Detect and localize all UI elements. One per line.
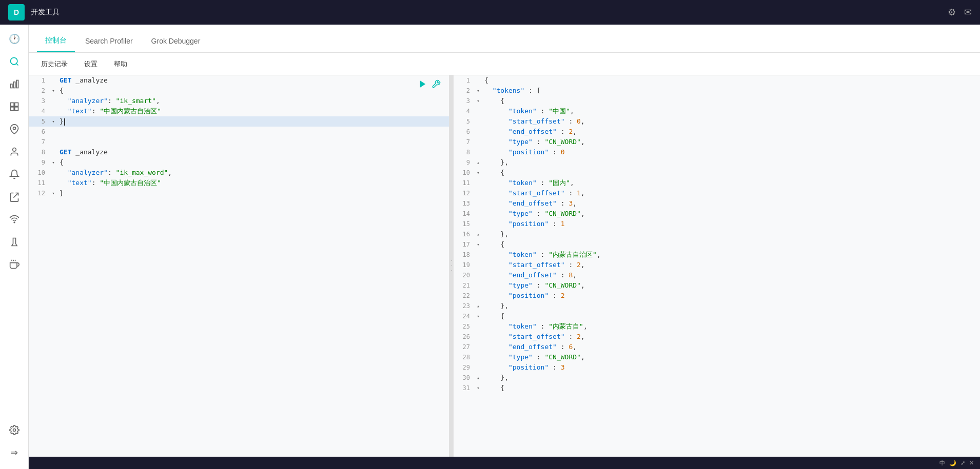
run-icon[interactable] [418,79,427,91]
resp-line-6: 6 "end_offset" : 2, [454,127,980,137]
resp-line-13: 13 "end_offset" : 3, [454,198,980,209]
svg-rect-3 [13,82,15,88]
resp-line-5: 5 "start_offset" : 0, [454,116,980,127]
svg-point-11 [14,222,15,223]
sidebar-item-alerts[interactable] [4,164,25,185]
editor-area: 1 GET _analyze 2 ▾ { 3 "analyzer": [29,75,980,457]
resp-line-27: 27 "end_offset" : 6, [454,342,980,352]
resp-line-3: 3 ▾ { [454,96,980,106]
code-line-8: 8 GET _analyze [29,147,449,157]
sidebar-item-discover[interactable] [4,51,25,72]
help-button[interactable]: 帮助 [110,57,131,71]
tab-grok[interactable]: Grok Debugger [143,31,209,52]
resp-line-21: 21 "type" : "CN_WORD", [454,280,980,291]
resp-line-10: 10 ▾ { [454,168,980,178]
wrench-icon[interactable] [432,79,441,91]
settings-button[interactable]: 设置 [80,57,102,71]
resp-line-19: 19 "start_offset" : 2, [454,260,980,270]
toolbar: 历史记录 设置 帮助 [29,53,980,75]
resp-line-9: 9 ▴ }, [454,157,980,168]
svg-rect-5 [10,103,14,107]
svg-point-15 [13,429,15,432]
resp-line-16: 16 ▴ }, [454,229,980,239]
sidebar-item-users[interactable] [4,141,25,162]
resp-line-12: 12 "start_offset" : 1, [454,188,980,198]
mail-icon[interactable]: ✉ [964,7,972,18]
sidebar-item-visualize[interactable] [4,74,25,94]
resp-line-28: 28 "type" : "CN_WORD", [454,352,980,362]
code-line-5: 5 ▾ } [29,116,449,127]
code-line-4: 4 "text": "中国内蒙古自治区" [29,106,449,116]
resp-line-7: 7 "type" : "CN_WORD", [454,137,980,147]
bottom-bar-close[interactable]: ✕ [969,460,974,466]
panel-divider[interactable]: · · · [449,75,454,457]
svg-point-9 [13,127,15,130]
sidebar-item-lab[interactable] [4,232,25,252]
sidebar-item-cluster[interactable] [4,254,25,275]
sidebar-item-maps[interactable] [4,119,25,139]
code-line-9: 9 ▾ { [29,157,449,168]
left-panel: 1 GET _analyze 2 ▾ { 3 "analyzer": [29,75,449,457]
top-bar-actions: ⚙ ✉ [948,7,972,18]
code-line-2: 2 ▾ { [29,86,449,96]
svg-rect-6 [14,103,18,107]
svg-line-1 [16,64,18,66]
app-title: 开发工具 [31,8,948,17]
svg-rect-7 [10,107,14,111]
svg-point-10 [12,148,16,152]
app-layout: 🕐 ⇒ [0,25,980,469]
svg-rect-4 [16,80,18,88]
svg-rect-2 [10,84,12,88]
resp-line-14: 14 "type" : "CN_WORD", [454,209,980,219]
resp-line-23: 23 ▴ }, [454,301,980,311]
resp-line-1: 1 { [454,75,980,86]
code-editor[interactable]: 1 GET _analyze 2 ▾ { 3 "analyzer": [29,75,449,457]
response-editor: 1 { 2 ▾ "tokens" : [ 3 ▾ { [454,75,980,457]
resp-line-18: 18 "token" : "内蒙古自治区", [454,250,980,260]
code-line-12: 12 ▾ } [29,188,449,198]
tab-console[interactable]: 控制台 [37,30,75,52]
content-area: 控制台 Search Profiler Grok Debugger 历史记录 设… [29,25,980,469]
sidebar: 🕐 ⇒ [0,25,29,469]
resp-line-8: 8 "position" : 0 [454,147,980,157]
resp-line-11: 11 "token" : "国内", [454,178,980,188]
resp-line-31: 31 ▾ { [454,383,980,393]
top-bar: D 开发工具 ⚙ ✉ [0,0,980,25]
sidebar-item-dashboard[interactable] [4,96,25,117]
resp-line-15: 15 "position" : 1 [454,219,980,229]
right-panel: 1 { 2 ▾ "tokens" : [ 3 ▾ { [454,75,980,457]
svg-marker-16 [420,80,426,88]
resp-line-30: 30 ▴ }, [454,373,980,383]
resp-line-4: 4 "token" : "中国", [454,106,980,116]
bottom-bar-expand[interactable]: ⤢ [961,460,965,466]
svg-point-0 [10,58,17,65]
resp-line-17: 17 ▾ { [454,239,980,250]
code-line-7: 7 [29,137,449,147]
bottom-bar-theme[interactable]: 🌙 [949,460,956,466]
tab-profiler[interactable]: Search Profiler [77,31,141,52]
app-logo[interactable]: D [8,4,25,21]
history-button[interactable]: 历史记录 [37,57,72,71]
resp-line-20: 20 "end_offset" : 8, [454,270,980,280]
resp-line-26: 26 "start_offset" : 2, [454,332,980,342]
code-line-10: 10 "analyzer": "ik_max_word", [29,168,449,178]
resp-line-24: 24 ▾ { [454,311,980,321]
settings-icon[interactable]: ⚙ [948,7,956,18]
bottom-bar: 中 🌙 ⤢ ✕ [29,457,980,469]
action-icons [418,79,441,91]
resp-line-29: 29 "position" : 3 [454,362,980,373]
resp-line-25: 25 "token" : "内蒙古自", [454,321,980,332]
sidebar-item-dock[interactable]: ⇒ [4,442,25,463]
code-line-3: 3 "analyzer": "ik_smart", [29,96,449,106]
code-line-6: 6 [29,127,449,137]
bottom-bar-lang[interactable]: 中 [939,459,945,467]
svg-rect-8 [14,107,18,111]
sidebar-item-connect[interactable] [4,187,25,207]
resp-line-2: 2 ▾ "tokens" : [ [454,86,980,96]
tab-bar: 控制台 Search Profiler Grok Debugger [29,25,980,53]
sidebar-item-settings[interactable] [4,420,25,440]
code-line-1: 1 GET _analyze [29,75,449,86]
sidebar-item-signal[interactable] [4,209,25,230]
resp-line-22: 22 "position" : 2 [454,291,980,301]
sidebar-item-history[interactable]: 🕐 [4,29,25,49]
